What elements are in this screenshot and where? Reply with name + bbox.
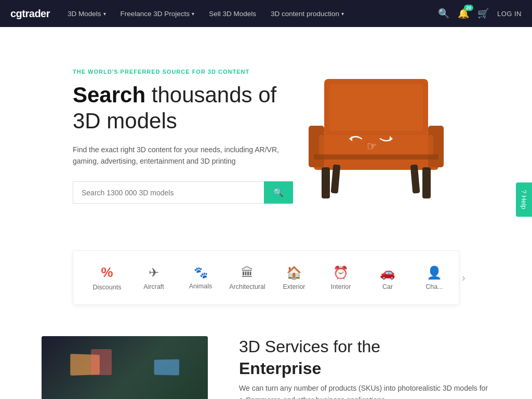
category-architectural[interactable]: 🏛 Architectural — [224, 261, 271, 295]
services-description: We can turn any number of products (SKUs… — [239, 382, 490, 399]
category-label-characters: Cha... — [425, 283, 443, 290]
categories-next-arrow[interactable]: › — [458, 268, 470, 288]
category-animals[interactable]: 🐾 Animals — [177, 262, 224, 294]
exterior-icon: 🏠 — [286, 265, 302, 280]
architectural-icon: 🏛 — [241, 265, 254, 280]
category-aircraft[interactable]: ✈ Aircraft — [130, 261, 177, 295]
categories-section: % Discounts ✈ Aircraft 🐾 Animals 🏛 Archi… — [0, 250, 532, 305]
notification-badge: 20 — [464, 5, 473, 11]
bottom-section: cg Augmented Reality Marketing an... ⋮ 3… — [0, 305, 532, 399]
nav-content-production[interactable]: 3D content production ▾ — [263, 0, 351, 27]
chevron-down-icon: ▾ — [341, 11, 344, 17]
services-content: 3D Services for the Enterprise We can tu… — [239, 336, 490, 399]
svg-rect-8 — [329, 84, 423, 131]
svg-rect-10 — [314, 154, 438, 159]
video-thumbnail[interactable]: cg Augmented Reality Marketing an... ⋮ — [42, 336, 208, 399]
navbar: cgtrader 3D Models ▾ Freelance 3D Projec… — [0, 0, 532, 27]
category-label-car: Car — [382, 283, 393, 290]
svg-rect-5 — [422, 167, 431, 198]
category-label-animals: Animals — [189, 283, 212, 290]
search-icon: 🔍 — [273, 188, 284, 197]
chair-svg: ☞ — [293, 63, 459, 204]
discount-icon: % — [101, 264, 113, 281]
search-input[interactable] — [73, 181, 264, 204]
logo[interactable]: cgtrader — [10, 8, 50, 20]
nav-right: 🔍 🔔 20 🛒 LOG IN — [438, 8, 522, 19]
category-label-aircraft: Aircraft — [143, 283, 164, 290]
characters-icon: 👤 — [427, 265, 442, 280]
hero-section: THE WORLD'S PREFERRED SOURCE FOR 3D CONT… — [0, 27, 532, 245]
category-characters[interactable]: 👤 Cha... — [411, 261, 458, 295]
hero-content: THE WORLD'S PREFERRED SOURCE FOR 3D CONT… — [73, 69, 293, 204]
login-button[interactable]: LOG IN — [497, 10, 522, 18]
chevron-down-icon: ▾ — [192, 11, 194, 17]
services-title: 3D Services for the Enterprise — [239, 336, 490, 379]
aircraft-icon: ✈ — [149, 265, 159, 280]
search-icon[interactable]: 🔍 — [438, 8, 449, 19]
help-button[interactable]: ? Help — [516, 182, 532, 217]
nav-3d-models[interactable]: 3D Models ▾ — [60, 0, 113, 27]
hero-tagline: THE WORLD'S PREFERRED SOURCE FOR 3D CONT… — [73, 69, 293, 75]
hero-subtitle: Find the exact right 3D content for your… — [73, 144, 293, 167]
category-interior[interactable]: ⏰ Interior — [317, 261, 364, 295]
hero-chair-image: ☞ — [293, 63, 470, 209]
interior-icon: ⏰ — [333, 265, 349, 280]
chevron-down-icon: ▾ — [103, 11, 106, 17]
category-label-interior: Interior — [331, 283, 351, 290]
cart-icon[interactable]: 🛒 — [477, 8, 489, 19]
category-label-architectural: Architectural — [229, 283, 265, 290]
categories-container: % Discounts ✈ Aircraft 🐾 Animals 🏛 Archi… — [73, 250, 459, 305]
category-exterior[interactable]: 🏠 Exterior — [271, 261, 317, 295]
car-icon: 🚗 — [380, 265, 395, 280]
svg-rect-4 — [322, 167, 330, 198]
category-car[interactable]: 🚗 Car — [364, 261, 411, 295]
category-label-exterior: Exterior — [283, 283, 305, 290]
nav-links: 3D Models ▾ Freelance 3D Projects ▾ Sell… — [60, 0, 438, 27]
search-button[interactable]: 🔍 — [264, 181, 293, 204]
nav-freelance[interactable]: Freelance 3D Projects ▾ — [113, 0, 202, 27]
category-discounts[interactable]: % Discounts — [84, 260, 130, 295]
category-label-discounts: Discounts — [93, 284, 122, 291]
svg-text:☞: ☞ — [367, 140, 377, 153]
nav-sell[interactable]: Sell 3D Models — [202, 0, 263, 27]
hero-title: Search thousands of 3D models — [73, 82, 293, 135]
notifications-icon[interactable]: 🔔 20 — [458, 8, 469, 19]
search-bar: 🔍 — [73, 181, 293, 204]
animals-icon: 🐾 — [194, 266, 208, 280]
